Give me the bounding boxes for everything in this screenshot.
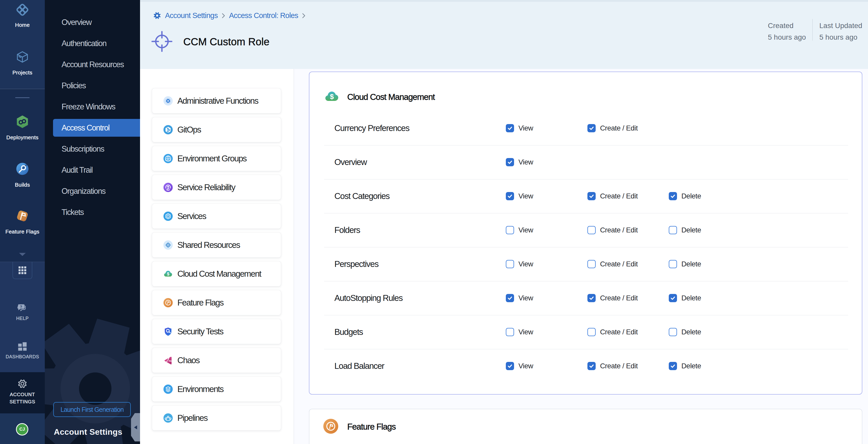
unchecked-checkbox[interactable] (587, 226, 596, 234)
resource-card-environment-groups[interactable]: Environment Groups (152, 146, 281, 171)
resource-card-cloud-cost-management[interactable]: $Cloud Cost Management (152, 261, 281, 286)
sidebar-item-policies[interactable]: Policies (45, 75, 140, 96)
last-updated-meta: Last Updated 5 hours ago (819, 20, 862, 43)
svg-text:$: $ (167, 272, 169, 277)
checked-checkbox[interactable] (506, 158, 514, 166)
permission-delete: Delete (669, 260, 701, 268)
module-rail: Home Projects Deployments Builds Feature… (0, 0, 45, 444)
rail-item-feature-flags[interactable]: Feature Flags (0, 209, 45, 235)
rail-item-dashboards[interactable]: DASHBOARDS (0, 341, 45, 360)
resource-card-security-tests[interactable]: Security Tests (152, 319, 281, 344)
checked-checkbox[interactable] (587, 124, 596, 132)
checked-checkbox[interactable] (506, 124, 514, 132)
breadcrumb-link-1[interactable]: Account Settings (165, 11, 218, 20)
resource-card-gitops[interactable]: GitOps (152, 117, 281, 142)
unchecked-checkbox[interactable] (669, 328, 677, 336)
checked-checkbox[interactable] (669, 294, 677, 302)
rail-item-builds[interactable]: Builds (0, 162, 45, 188)
unchecked-checkbox[interactable] (506, 260, 514, 268)
resource-card-label: GitOps (177, 125, 201, 135)
resource-card-pipelines[interactable]: Pipelines (152, 406, 281, 431)
permission-label: Create / Edit (600, 124, 638, 132)
rail-item-home[interactable]: Home (0, 2, 45, 28)
gitops-icon (163, 125, 173, 134)
permission-row-budgets: BudgetsViewCreate / EditDelete (309, 315, 862, 349)
sidebar-item-label: Authentication (62, 39, 106, 48)
breadcrumb-separator-icon (222, 12, 225, 19)
resource-card-shared-resources[interactable]: Shared Resources (152, 233, 281, 257)
permission-label: View (519, 158, 533, 166)
sidebar-item-access-control[interactable]: Access Control (45, 117, 140, 138)
breadcrumb-link-2[interactable]: Access Control: Roles (229, 11, 298, 20)
permission-row-label: Cost Categories (334, 191, 390, 201)
permission-create-edit: Create / Edit (587, 192, 638, 200)
sidebar-item-tickets[interactable]: Tickets (45, 202, 140, 223)
resource-card-label: Chaos (177, 355, 199, 365)
rail-item-deployments[interactable]: Deployments (0, 115, 45, 140)
builds-icon (16, 162, 29, 176)
permission-row-folders: FoldersViewCreate / EditDelete (309, 213, 862, 247)
sidebar-item-authentication[interactable]: Authentication (45, 33, 140, 54)
checked-checkbox[interactable] (587, 192, 596, 200)
unchecked-checkbox[interactable] (669, 226, 677, 234)
sidebar-item-organizations[interactable]: Organizations (45, 181, 140, 202)
page-header: Account SettingsAccess Control: Roles CC… (140, 0, 868, 69)
chevron-down-icon[interactable] (0, 253, 45, 256)
permission-delete: Delete (669, 328, 701, 336)
feature-flags-module-icon (16, 209, 29, 223)
security-tests-icon (163, 327, 173, 336)
sidebar-item-freeze-windows[interactable]: Freeze Windows (45, 96, 140, 117)
launch-first-generation-button[interactable]: Launch First Generation (53, 402, 131, 417)
resource-card-service-reliability[interactable]: Service Reliability (152, 175, 281, 200)
sidebar-item-subscriptions[interactable]: Subscriptions (45, 138, 140, 160)
permission-row-perspectives: PerspectivesViewCreate / EditDelete (309, 247, 862, 281)
resource-card-services[interactable]: Services (152, 204, 281, 228)
sidebar-item-audit-trail[interactable]: Audit Trail (45, 160, 140, 181)
pipelines-icon (163, 413, 173, 423)
resource-card-feature-flags[interactable]: Feature Flags (152, 290, 281, 315)
sidebar-collapse-handle[interactable] (131, 413, 140, 441)
last-updated-label: Last Updated (819, 20, 862, 31)
sidebar-item-label: Subscriptions (62, 145, 104, 154)
settings-nav-list: OverviewAuthenticationAccount ResourcesP… (45, 12, 140, 223)
resource-card-administrative-functions[interactable]: Administrative Functions (152, 89, 281, 113)
unchecked-checkbox[interactable] (506, 328, 514, 336)
services-icon (163, 212, 173, 221)
checked-checkbox[interactable] (587, 362, 596, 370)
checked-checkbox[interactable] (506, 294, 514, 302)
sidebar-item-overview[interactable]: Overview (45, 12, 140, 33)
rail-item-help[interactable]: ?HELP (0, 303, 45, 322)
sidebar-item-label: Account Resources (62, 60, 124, 69)
avatar[interactable]: CJ (16, 423, 28, 436)
checked-checkbox[interactable] (669, 192, 677, 200)
settings-sidebar: OverviewAuthenticationAccount ResourcesP… (45, 0, 140, 444)
checked-checkbox[interactable] (669, 362, 677, 370)
permission-delete: Delete (669, 192, 701, 200)
checked-checkbox[interactable] (506, 192, 514, 200)
resource-card-chaos[interactable]: Chaos (152, 348, 281, 373)
row-separator (324, 179, 848, 180)
checked-checkbox[interactable] (506, 362, 514, 370)
resource-card-environments[interactable]: Environments (152, 377, 281, 402)
resource-card-label: Environments (177, 384, 223, 394)
rail-item-account-settings[interactable]: ACCOUNTSETTINGS (0, 379, 45, 405)
gear-watermark (45, 317, 140, 444)
permission-row-label: Budgets (334, 327, 363, 337)
resource-card-label: Cloud Cost Management (177, 269, 261, 279)
permission-row-label: Load Balancer (334, 361, 384, 371)
svg-text:$: $ (330, 93, 334, 101)
resource-card-label: Administrative Functions (177, 96, 258, 106)
ccm-cloud-icon: $ (324, 89, 339, 104)
unchecked-checkbox[interactable] (669, 260, 677, 268)
apps-grid-button[interactable] (12, 262, 32, 279)
resource-card-label: Services (177, 211, 206, 221)
permission-create-edit: Create / Edit (587, 226, 638, 234)
crosshair-icon (151, 31, 173, 52)
rail-item-projects[interactable]: Projects (0, 50, 45, 76)
unchecked-checkbox[interactable] (587, 260, 596, 268)
checked-checkbox[interactable] (587, 294, 596, 302)
unchecked-checkbox[interactable] (587, 328, 596, 336)
permission-label: Delete (681, 192, 701, 200)
unchecked-checkbox[interactable] (506, 226, 514, 234)
sidebar-item-account-resources[interactable]: Account Resources (45, 54, 140, 75)
